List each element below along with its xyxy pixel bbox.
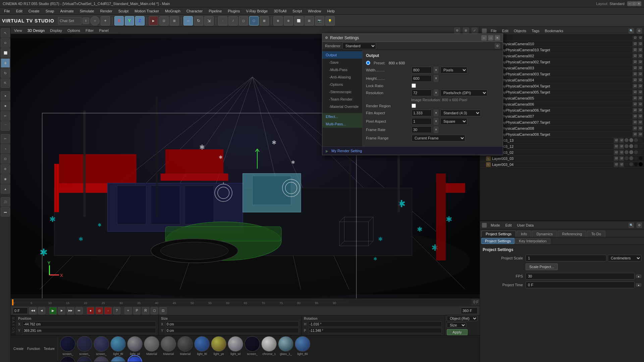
objects-mode-btn[interactable]: ⬡ [249,16,259,25]
end-frame-btn[interactable]: ⏭ [75,307,83,314]
am-menu-edit[interactable]: Edit [504,223,513,228]
edges-mode-btn[interactable]: / [228,16,238,25]
z-axis-btn[interactable]: Z [135,16,145,25]
magnet-btn[interactable]: ⊛ [1,164,10,174]
rs-film-aspect-preset[interactable]: Standard (4:3) HDTV (16:9) Film (1.85) [440,110,481,116]
bezier-btn[interactable]: ⌒ [1,121,10,131]
frame-step-prev-btn[interactable]: ◀◀ [29,307,37,314]
obj-row-cam002[interactable]: C VRayPhysicalCamera002 ☑☑ [480,53,644,59]
project-scale-input[interactable] [526,255,606,261]
rs-resolution-stepper[interactable]: ⬆ [434,89,438,96]
rs-frame-range-select[interactable]: Current Frame All Frames Preview Range [412,135,465,141]
om-search-btn[interactable]: 🔍 [629,28,634,34]
vp-menu-filter[interactable]: Filter [84,28,95,33]
tab-dynamics[interactable]: Dynamics [532,231,557,237]
frame-prev-btn[interactable]: ◀ [38,307,45,314]
live-select-btn[interactable]: ⊙ [1,38,10,48]
menu-edit[interactable]: Edit [13,8,25,14]
rs-height-input[interactable] [412,75,432,82]
project-time-stepper[interactable]: ▲ [636,283,641,287]
menu-render[interactable]: Render [98,8,115,14]
om-menu-objects[interactable]: Objects [513,28,528,34]
menu-motion-tracker[interactable]: Motion Tracker [132,8,162,14]
current-frame-input[interactable] [13,307,28,314]
help-btn[interactable]: ? [113,307,120,314]
om-menu-bookmarks[interactable]: Bookmarks [543,28,565,34]
primitive-cube-btn[interactable]: ■ [1,101,10,111]
obj-row-layer12[interactable]: L Layer003_12 ☑☑ [480,143,644,149]
camera-nav-btn[interactable]: 🎥 [1,197,10,206]
menu-sculpt[interactable]: Sculpt [116,8,131,14]
menu-mograph[interactable]: MoGraph [162,8,183,14]
obj-row-layer04[interactable]: L Layer003_04 ☑☑ [480,162,644,168]
rs-config-btn[interactable]: ⚙ [495,43,500,49]
key-btn[interactable]: ⬦ [104,307,112,314]
fps-input[interactable] [526,273,635,280]
menu-window[interactable]: Window [305,8,324,14]
y-size-input[interactable] [165,328,299,333]
render-region-btn[interactable]: ⊡ [159,16,169,25]
menu-create[interactable]: Create [26,8,42,14]
am-config-btn[interactable]: ⚙ [637,223,642,228]
y-axis-btn[interactable]: Y [125,16,134,25]
rs-multipass-btn[interactable]: Multi-Pass... [322,120,362,128]
rs-output-item[interactable]: Output [322,51,362,59]
material-item-1[interactable]: screen_ [76,336,93,356]
menu-animate[interactable]: Animate [57,8,76,14]
obj-row-layer02[interactable]: L Layer003_02 ☑☑ [480,149,644,156]
h-rotation-input[interactable] [308,321,442,327]
scale-btn[interactable]: ⇱ [1,78,10,88]
material-item-6[interactable]: Material [160,336,176,356]
vp-menu-display[interactable]: Display [49,28,63,33]
menu-vray[interactable]: V-Ray Bridge [243,8,270,14]
render-view-btn[interactable]: ⊞ [170,16,179,25]
rs-options-item[interactable]: -Options [322,81,362,88]
subtab-project-settings[interactable]: Project Settings [481,238,515,244]
rs-stereoscopic-item[interactable]: -Stereoscopic [322,88,362,96]
material-item-14[interactable]: light_Bli [294,336,311,356]
rotate-tool-btn[interactable]: ↻ [194,16,203,25]
anim-tool1-btn[interactable]: + [124,307,132,314]
rs-width-input[interactable] [412,67,432,73]
icon-toggle-btn[interactable]: I [83,17,89,24]
material-item-chrome[interactable]: chrome_1 [261,336,277,356]
brush-btn[interactable]: ◉ [1,174,10,184]
apply-button[interactable]: Apply [447,329,468,335]
om-menu-file[interactable]: File [489,28,498,34]
material-create-menu[interactable]: Create [12,346,25,351]
anim-tool3-btn[interactable]: R [142,307,149,314]
material-item-0[interactable]: screen_ [60,336,76,356]
obj-row-cam006[interactable]: C VRayPhysicalCamera006 ☑☑ [480,101,644,107]
rs-pixel-aspect-stepper[interactable]: ⬆ [434,118,438,125]
material-item-glass[interactable]: glass_1_ [278,336,294,356]
material-item-5[interactable]: Material [144,336,160,356]
material-item-4[interactable]: light_wl [127,336,143,356]
rs-width-stepper[interactable]: ⬆ [434,67,438,73]
rs-frame-rate-input[interactable] [412,126,432,133]
menu-script[interactable]: Script [290,8,305,14]
menu-3dtoall[interactable]: 3DToAll [271,8,289,14]
rs-maximize-btn[interactable]: □ [488,35,493,41]
rs-antialiasing-item[interactable]: -Anti-Aliasing [322,73,362,81]
project-scale-unit-select[interactable]: Centimeters Meters Inches [608,255,641,261]
selection-btn[interactable]: ⬜ [294,16,304,25]
select-tool-btn[interactable]: ↖ [1,28,10,38]
render-btn[interactable]: ▶ [149,16,158,25]
rs-film-aspect-input[interactable] [412,110,432,116]
rotate-btn[interactable]: ↻ [1,68,10,78]
window-close-btn[interactable]: ✕ [637,1,641,6]
menu-help[interactable]: Help [324,8,337,14]
obj-row-cam008[interactable]: C VRayPhysicalCamera008 ☑☑ [480,125,644,131]
plus-btn[interactable]: + [101,16,110,25]
project-time-input[interactable] [526,282,635,288]
rs-render-region-checkbox[interactable] [412,104,416,108]
rs-pixel-aspect-input[interactable] [412,118,432,125]
material-item-2[interactable]: screen_ [93,336,109,356]
vp-menu-3ddesign[interactable]: 3D Design [26,28,46,33]
texture-mode-btn[interactable]: ⊠ [260,16,269,25]
obj-row-layer03[interactable]: L Layer003_03 ☑☑ [480,156,644,162]
rs-minimize-btn[interactable]: ─ [481,35,487,41]
play-btn[interactable]: ▶ [49,307,57,314]
auto-record-btn[interactable]: ◎ [96,307,103,314]
snap2-btn[interactable]: ⊗ [284,16,293,25]
